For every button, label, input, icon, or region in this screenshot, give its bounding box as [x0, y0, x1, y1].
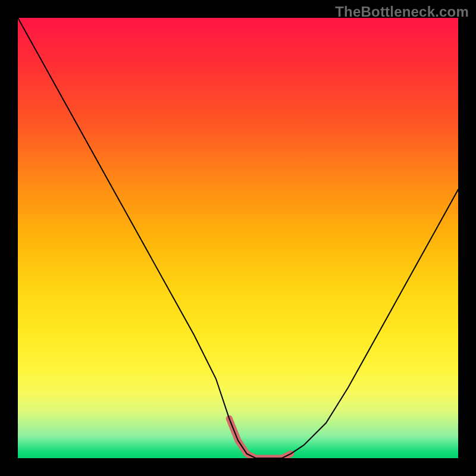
- chart-frame: TheBottleneck.com: [0, 0, 476, 476]
- chart-svg: [18, 18, 458, 458]
- bottleneck-curve: [18, 18, 458, 458]
- watermark-text: TheBottleneck.com: [335, 4, 469, 20]
- highlight-segment: [229, 418, 291, 458]
- plot-area: [18, 18, 458, 458]
